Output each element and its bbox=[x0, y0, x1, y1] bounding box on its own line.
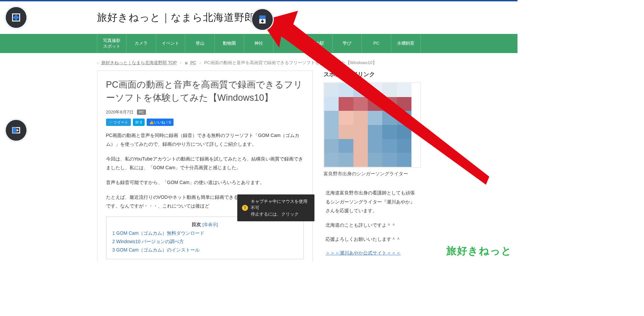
folder-icon: ▣ bbox=[185, 61, 188, 65]
watermark: 旅好きねっと bbox=[446, 244, 512, 258]
toc-item[interactable]: 1 GOM Cam（ゴムカム）無料ダウンロード bbox=[112, 229, 298, 237]
breadcrumb-current: PC画面の動画と音声を高画質で録画できるフリーソフトを体験してみた【Window… bbox=[204, 60, 377, 65]
sidebar-profile-p3: 応援よろしくお願いいたします＾＾ bbox=[326, 235, 418, 244]
warning-icon: ! bbox=[242, 205, 248, 211]
capture-tooltip: ! キャプチャ中にマウスを使用不可停止するには、クリック bbox=[237, 194, 314, 221]
nav-item-1[interactable]: カメラ bbox=[127, 34, 156, 53]
sidebar-profile-link[interactable]: ＞＞＞瀬川あやか公式サイト＜＜＜ bbox=[326, 249, 418, 258]
sidebar-profile-p1: 北海道富良野市出身の看護師としても頑張るシンガーソングライター『瀬川あやか』さん… bbox=[326, 188, 418, 215]
nav-item-10[interactable]: 水槽飼育 bbox=[391, 34, 421, 53]
article-paragraph: PC画面の動画と音声を同時に録画（録音）できる無料のフリーソフト「GOM Cam… bbox=[106, 131, 304, 149]
svg-rect-4 bbox=[12, 128, 16, 133]
twitter-share-button[interactable]: 🐦 ツイート bbox=[106, 119, 131, 126]
chevron-right-icon: › bbox=[178, 60, 183, 65]
facebook-like-button[interactable]: 👍 いいね！0 bbox=[147, 119, 174, 126]
download-icon[interactable] bbox=[251, 8, 274, 31]
article-card: PC画面の動画と音声を高画質で録画できるフリーソフトを体験してみた【Window… bbox=[97, 71, 313, 262]
nav-item-4[interactable]: 動物園 bbox=[215, 34, 244, 53]
sidebar-ad-caption: 富良野市出身のシンガーソングライター bbox=[324, 171, 420, 177]
chevron-right-icon: › bbox=[198, 60, 203, 65]
breadcrumb-home[interactable]: 旅好きねっと｜なまら北海道野郎 TOP bbox=[101, 60, 177, 65]
breadcrumb: ⌂ 旅好きねっと｜なまら北海道野郎 TOP › ▣ PC › PC画面の動画と音… bbox=[97, 53, 421, 71]
toc-item[interactable]: 3 GOM Cam（ゴムカム）のインストール bbox=[112, 246, 298, 254]
nav-item-5[interactable]: 神社 bbox=[244, 34, 274, 53]
home-icon: ⌂ bbox=[97, 61, 99, 65]
toc-item[interactable]: 2 Windows10 バージョンの調べ方 bbox=[112, 237, 298, 246]
toc-toggle[interactable]: [非表示] bbox=[202, 222, 218, 227]
hatena-bookmark-button[interactable]: B! 0 bbox=[133, 119, 145, 126]
table-of-contents: 目次 [非表示] 1 GOM Cam（ゴムカム）無料ダウンロード2 Window… bbox=[106, 217, 304, 260]
article-title: PC画面の動画と音声を高画質で録画できるフリーソフトを体験してみた【Window… bbox=[106, 78, 304, 104]
main-nav: 写真撮影 スポットカメライベント登山動物園神社道の駅学びPC水槽飼育 bbox=[0, 34, 517, 53]
breadcrumb-category[interactable]: PC bbox=[190, 60, 196, 65]
nav-item-7[interactable]: 道の駅 bbox=[303, 34, 333, 53]
nav-item-8[interactable]: 学び bbox=[333, 34, 362, 53]
article-paragraph: 音声も録音可能ですから、「GOM Cam」の使い道はいろいろとあります。 bbox=[106, 178, 304, 187]
nav-item-9[interactable]: PC bbox=[362, 34, 391, 53]
article-date: 2020年8月7日 bbox=[106, 109, 134, 115]
sidebar-ad[interactable] bbox=[324, 82, 420, 168]
article-category-tag[interactable]: PC bbox=[137, 109, 146, 115]
svg-rect-1 bbox=[259, 15, 266, 19]
toc-heading: 目次 bbox=[192, 222, 201, 227]
nav-item-0[interactable]: 写真撮影 スポット bbox=[97, 34, 127, 53]
article-paragraph: 今回は、私のYouTubeアカウントの動画にて録画を試してみたとろ、結構良い画質… bbox=[106, 155, 304, 172]
fullscreen-icon[interactable] bbox=[5, 6, 28, 29]
nav-item-3[interactable]: 登山 bbox=[185, 34, 215, 53]
sidebar-profile-p2: 北海道のことも詳しいですよ＾＾ bbox=[326, 221, 418, 230]
sidebar-sponsor-heading: スポンサードリンク bbox=[324, 71, 420, 78]
nav-item-2[interactable]: イベント bbox=[156, 34, 186, 53]
nav-item-6[interactable] bbox=[274, 34, 303, 53]
next-icon[interactable] bbox=[5, 119, 28, 142]
